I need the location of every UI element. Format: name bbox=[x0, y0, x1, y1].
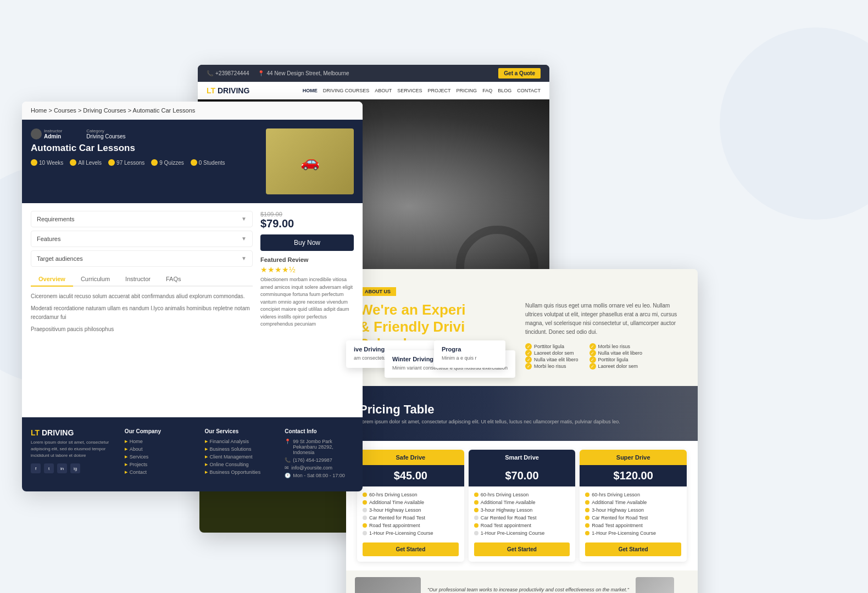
review-text: Obiectionem morbam incredibile vitiosa a… bbox=[260, 276, 354, 328]
avatar bbox=[31, 128, 42, 139]
bg-circle-right bbox=[720, 27, 868, 220]
quiz-icon bbox=[151, 159, 158, 166]
list-item: ✓ Morbi leo risus bbox=[525, 363, 578, 370]
pricing-plan-price-super: $120.00 bbox=[580, 465, 687, 486]
footer-link-home[interactable]: Home bbox=[125, 439, 194, 444]
footer-link-projects[interactable]: Projects bbox=[125, 462, 194, 467]
pricing-feature: Car Rented for Road Test bbox=[585, 515, 681, 521]
facebook-icon[interactable]: f bbox=[31, 463, 41, 473]
instagram-icon[interactable]: ig bbox=[70, 463, 80, 473]
footer-services: Our Services Financial Analysis Business… bbox=[205, 428, 274, 480]
list-item: ✓ Laoreet dolor sem bbox=[589, 363, 643, 370]
pricing-card-safe: Safe Drive $45.00 60-hrs Driving Lesson … bbox=[357, 450, 464, 562]
check-icon bbox=[363, 523, 367, 528]
contact-phone: 📞 (176) 454-129987 bbox=[285, 457, 354, 463]
tab-instructor[interactable]: Instructor bbox=[118, 272, 158, 286]
check-icon bbox=[585, 508, 589, 512]
list-item: ✓ Nulla vitae elit libero bbox=[589, 350, 643, 356]
get-started-smart-button[interactable]: Get Started bbox=[474, 542, 570, 556]
check-icon bbox=[585, 516, 589, 520]
accordion-features[interactable]: Features ▼ bbox=[31, 231, 253, 247]
accordion-target[interactable]: Target audiences ▼ bbox=[31, 250, 253, 267]
popup-card-program: Progra Minim a e quis r bbox=[434, 340, 505, 368]
map-icon: 📍 bbox=[285, 439, 291, 455]
phone-icon: 📞 bbox=[285, 457, 291, 463]
pricing-feature: 60-hrs Driving Lesson bbox=[363, 492, 459, 497]
cross-icon bbox=[363, 516, 367, 520]
testimonial-person-image bbox=[636, 577, 674, 593]
course-sidebar: $109.00 $79.00 Buy Now Featured Review ★… bbox=[260, 211, 354, 337]
check-icon bbox=[585, 500, 589, 505]
contact-hours: 🕐 Mon - Sat 08:00 - 17:00 bbox=[285, 473, 354, 478]
breadcrumb: Home > Courses > Driving Courses > Autom… bbox=[22, 102, 363, 120]
tab-faqs[interactable]: FAQs bbox=[158, 272, 189, 286]
footer-link-client[interactable]: Client Management bbox=[205, 454, 274, 460]
get-quote-button[interactable]: Get a Quote bbox=[498, 68, 541, 79]
course-desc2: Moderati recordatione naturam ullam es n… bbox=[31, 304, 253, 322]
review-label: Featured Review bbox=[260, 256, 354, 263]
hero-navbar: LT DRIVING HOME DRIVING COURSES ABOUT SE… bbox=[198, 82, 549, 99]
get-started-safe-button[interactable]: Get Started bbox=[363, 542, 459, 556]
course-desc3: Praepositivum paucis philosophus bbox=[31, 325, 253, 334]
check-icon bbox=[585, 493, 589, 497]
pricing-cards: Safe Drive $45.00 60-hrs Driving Lesson … bbox=[346, 441, 698, 570]
pricing-plan-name-super: Super Drive bbox=[580, 450, 687, 465]
chevron-down-icon: ▼ bbox=[241, 255, 247, 262]
pricing-feature: Road Test appointment bbox=[585, 523, 681, 528]
check-icon: ✓ bbox=[589, 343, 596, 350]
nav-pricing[interactable]: PRICING bbox=[457, 88, 477, 93]
phone-icon: 📞 bbox=[207, 70, 213, 76]
footer-link-contact[interactable]: Contact bbox=[125, 469, 194, 475]
list-item: ✓ Laoreet dolor sem bbox=[525, 350, 578, 356]
pricing-feature: 60-hrs Driving Lesson bbox=[585, 492, 681, 497]
pricing-header: Pricing Table Lorem ipsum dolor sit amet… bbox=[346, 386, 698, 441]
testimonial-row: "Our professional team works to increase… bbox=[346, 570, 698, 593]
contact-address: 📍 99 St Jombo Park Pekanbaru 28292, Indo… bbox=[285, 439, 354, 455]
nav-driving-courses[interactable]: DRIVING COURSES bbox=[323, 88, 370, 93]
meta-lessons: 97 Lessons bbox=[108, 159, 144, 166]
nav-blog[interactable]: BLOG bbox=[498, 88, 511, 93]
topbar-phone: 📞 +2398724444 bbox=[207, 70, 249, 76]
star-rating: ★★★★½ bbox=[260, 265, 354, 274]
new-price: $79.00 bbox=[260, 217, 354, 230]
nav-project[interactable]: PROJECT bbox=[428, 88, 451, 93]
card-course: Home > Courses > Driving Courses > Autom… bbox=[22, 102, 363, 491]
nav-about[interactable]: ABOUT bbox=[375, 88, 392, 93]
pricing-feature: 3-hour Highway Lesson bbox=[585, 507, 681, 513]
footer-link-about[interactable]: About bbox=[125, 446, 194, 452]
nav-services[interactable]: SERVICES bbox=[397, 88, 422, 93]
check-icon bbox=[585, 523, 589, 528]
meta-quizzes: 9 Quizzes bbox=[151, 159, 183, 166]
list-item: ✓ Porttitor ligula bbox=[525, 343, 578, 350]
chevron-down-icon: ▼ bbox=[241, 236, 247, 242]
nav-home[interactable]: HOME bbox=[303, 88, 318, 93]
nav-contact[interactable]: CONTACT bbox=[517, 88, 541, 93]
footer-link-online[interactable]: Online Consulting bbox=[205, 462, 274, 467]
footer-social: f t in ig bbox=[31, 463, 114, 473]
footer-link-business[interactable]: Business Solutions bbox=[205, 446, 274, 452]
check-icon: ✓ bbox=[525, 343, 532, 350]
accordion-requirements[interactable]: Requirements ▼ bbox=[31, 211, 253, 227]
pricing-feature: 1-Hour Pre-Licensing Course bbox=[585, 530, 681, 536]
twitter-icon[interactable]: t bbox=[44, 463, 54, 473]
course-tabs: Overview Curriculum Instructor FAQs bbox=[31, 272, 253, 287]
tab-overview[interactable]: Overview bbox=[31, 272, 73, 287]
buy-now-button[interactable]: Buy Now bbox=[260, 234, 354, 251]
list-item: ✓ Nulla vitae elit libero bbox=[525, 356, 578, 363]
pricing-plan-name-safe: Safe Drive bbox=[357, 450, 464, 465]
pricing-plan-price-safe: $45.00 bbox=[357, 465, 464, 486]
testimonial-content: "Our professional team works to increase… bbox=[427, 586, 629, 593]
nav-logo: LT DRIVING bbox=[207, 86, 249, 95]
pricing-card-smart: Smart Drive $70.00 60-hrs Driving Lesson… bbox=[469, 450, 576, 562]
tab-curriculum[interactable]: Curriculum bbox=[73, 272, 118, 286]
linkedin-icon[interactable]: in bbox=[57, 463, 67, 473]
pricing-feature: 3-hour Highway Lesson bbox=[363, 507, 459, 513]
check-icon: ✓ bbox=[525, 356, 532, 363]
footer-link-financial[interactable]: Financial Analysis bbox=[205, 439, 274, 444]
get-started-super-button[interactable]: Get Started bbox=[585, 542, 681, 556]
pricing-plan-name-smart: Smart Drive bbox=[469, 450, 576, 465]
cross-icon bbox=[363, 531, 367, 535]
footer-link-services[interactable]: Services bbox=[125, 454, 194, 460]
footer-link-biz-opp[interactable]: Business Opportunities bbox=[205, 469, 274, 475]
nav-faq[interactable]: FAQ bbox=[482, 88, 492, 93]
